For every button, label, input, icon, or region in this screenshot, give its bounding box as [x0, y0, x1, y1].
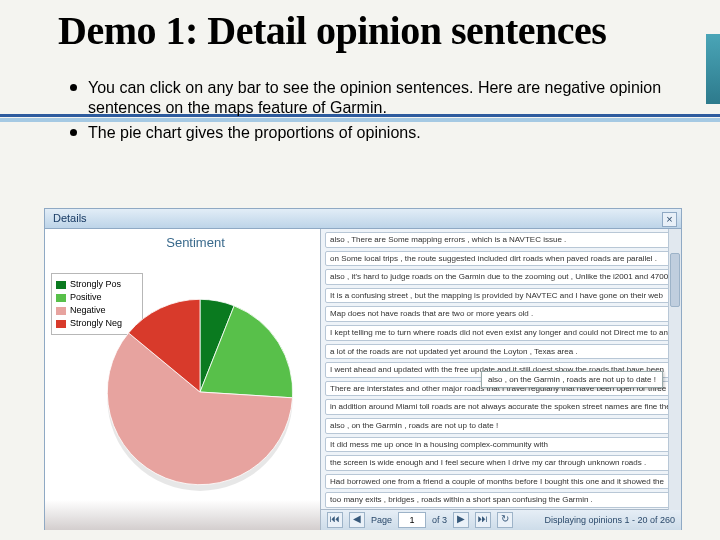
sentence-item[interactable]: on Some local trips , the route suggeste… — [325, 251, 677, 267]
sentence-item[interactable]: Map does not have roads that are two or … — [325, 306, 677, 322]
legend-swatch — [56, 281, 66, 289]
bullet-item: You can click on any bar to see the opin… — [70, 78, 662, 119]
refresh-button[interactable]: ↻ — [497, 512, 513, 528]
chart-title: Sentiment — [71, 235, 320, 250]
sentence-item[interactable]: also , on the Garmin , roads are not up … — [325, 418, 677, 434]
panel-header: Details × — [45, 209, 681, 229]
slide-title: Demo 1: Detail opinion sentences — [58, 10, 720, 52]
last-page-button[interactable]: ⏭ — [475, 512, 491, 528]
chart-pane: Sentiment Strongly Pos Positive Negative… — [45, 229, 321, 530]
prev-page-button[interactable]: ◀ — [349, 512, 365, 528]
sentence-item[interactable]: I kept telling me to turn where roads di… — [325, 325, 677, 341]
sentence-item[interactable]: It is a confusing street , but the mappi… — [325, 288, 677, 304]
footer-shadow — [45, 500, 320, 530]
scrollbar[interactable] — [668, 229, 681, 510]
legend-swatch — [56, 307, 66, 315]
panel-title: Details — [53, 212, 87, 224]
sentence-item[interactable]: too many exits , bridges , roads within … — [325, 492, 677, 508]
first-page-button[interactable]: ⏮ — [327, 512, 343, 528]
pager-toolbar: ⏮ ◀ Page of 3 ▶ ⏭ ↻ Displaying opinions … — [321, 509, 681, 530]
page-of-label: of 3 — [432, 515, 447, 525]
details-panel: Details × Sentiment Strongly Pos Positiv… — [44, 208, 682, 530]
sentence-item[interactable]: the screen is wide enough and I feel sec… — [325, 455, 677, 471]
sentence-item[interactable]: Had borrowed one from a friend a couple … — [325, 474, 677, 490]
sentences-pane: also , There are Some mapping errors , w… — [321, 229, 681, 530]
sentence-item[interactable]: in addition around Miami toll roads are … — [325, 399, 677, 415]
pie-chart[interactable] — [97, 289, 303, 495]
sentence-item[interactable]: also , it's hard to judge roads on the G… — [325, 269, 677, 285]
next-page-button[interactable]: ▶ — [453, 512, 469, 528]
page-label: Page — [371, 515, 392, 525]
tooltip: also , on the Garmin , roads are not up … — [481, 371, 663, 388]
pager-status: Displaying opinions 1 - 20 of 260 — [544, 515, 675, 525]
scrollbar-thumb[interactable] — [670, 253, 680, 307]
sentence-item[interactable]: It did mess me up once in a housing comp… — [325, 437, 677, 453]
sentence-item[interactable]: also , There are Some mapping errors , w… — [325, 232, 677, 248]
sentence-item[interactable]: a lot of the roads are not updated yet a… — [325, 344, 677, 360]
slide: Demo 1: Detail opinion sentences You can… — [0, 10, 720, 540]
legend-swatch — [56, 294, 66, 302]
legend-swatch — [56, 320, 66, 328]
page-input[interactable] — [398, 512, 426, 528]
accent-bar — [706, 34, 720, 104]
bullet-item: The pie chart gives the proportions of o… — [70, 123, 662, 143]
bullet-list: You can click on any bar to see the opin… — [70, 78, 662, 143]
sentence-list[interactable]: also , There are Some mapping errors , w… — [321, 229, 681, 509]
close-button[interactable]: × — [662, 212, 677, 227]
